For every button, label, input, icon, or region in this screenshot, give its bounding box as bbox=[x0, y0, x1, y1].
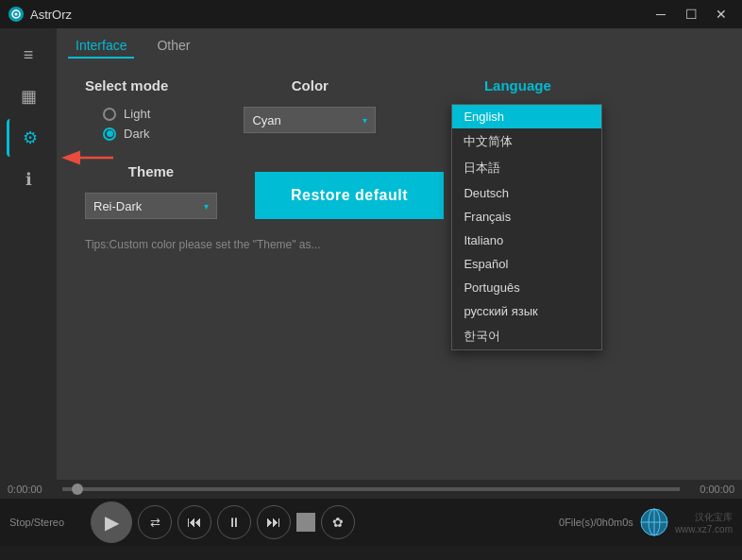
prev-icon: ⏮ bbox=[187, 514, 202, 531]
watermark-line2: www.xz7.com bbox=[675, 524, 733, 535]
app-logo-icon bbox=[8, 6, 25, 23]
pause-icon: ⏸ bbox=[228, 515, 241, 530]
play-icon: ▶ bbox=[105, 511, 119, 534]
tabs-bar: Interface Other bbox=[57, 28, 742, 59]
color-title: Color bbox=[292, 77, 329, 93]
sidebar: ≡ ▦ ⚙ ℹ bbox=[0, 28, 57, 480]
effects-icon: ✿ bbox=[332, 515, 344, 530]
settings-icon: ⚙ bbox=[23, 127, 38, 148]
theme-dropdown-arrow-icon: ▾ bbox=[204, 201, 209, 212]
maximize-button[interactable]: ☐ bbox=[678, 5, 704, 24]
radio-light-circle bbox=[103, 108, 116, 121]
tab-other[interactable]: Other bbox=[149, 34, 197, 59]
shuffle-icon: ⇄ bbox=[150, 516, 160, 530]
color-dropdown[interactable]: Cyan ▾ bbox=[244, 107, 376, 133]
prev-button[interactable]: ⏮ bbox=[177, 505, 211, 539]
close-button[interactable]: ✕ bbox=[708, 5, 734, 24]
playlist-icon: ≡ bbox=[24, 45, 34, 65]
pause-button[interactable]: ⏸ bbox=[217, 505, 251, 539]
play-button[interactable]: ▶ bbox=[91, 501, 132, 543]
arrow-left-icon bbox=[59, 144, 115, 178]
titlebar-left: AstrOrz bbox=[8, 6, 72, 23]
color-dropdown-arrow-icon: ▾ bbox=[363, 115, 367, 126]
sidebar-item-video[interactable]: ▦ bbox=[7, 77, 50, 115]
watermark-line1: 汉化宝库 bbox=[675, 511, 733, 524]
settings-panel: Select mode Light Dark Color bbox=[57, 59, 742, 480]
restore-default-button[interactable]: Restore default bbox=[255, 172, 444, 219]
time-start: 0:00:00 bbox=[8, 484, 55, 495]
radio-dark[interactable]: Dark bbox=[103, 127, 150, 141]
language-title: Language bbox=[484, 77, 551, 93]
progress-track[interactable] bbox=[62, 487, 680, 491]
titlebar: AstrOrz ─ ☐ ✕ bbox=[0, 0, 742, 28]
content-area: Interface Other Select mode Light bbox=[57, 28, 742, 480]
language-dropdown-list: English 中文简体 日本語 Deutsch Français Italia… bbox=[451, 104, 602, 350]
info-icon: ℹ bbox=[25, 169, 32, 190]
progress-thumb[interactable] bbox=[72, 484, 83, 495]
svg-point-2 bbox=[15, 13, 18, 16]
color-value: Cyan bbox=[252, 113, 280, 127]
stop-button[interactable] bbox=[296, 513, 315, 532]
tab-interface[interactable]: Interface bbox=[68, 34, 134, 59]
lang-option-russian[interactable]: русский язык bbox=[452, 299, 601, 323]
radio-light[interactable]: Light bbox=[103, 107, 150, 121]
color-col: Color Cyan ▾ bbox=[244, 77, 376, 133]
lang-option-japanese[interactable]: 日本語 bbox=[452, 155, 601, 181]
app-body: ≡ ▦ ⚙ ℹ Interface Other Select mode bbox=[0, 28, 742, 480]
window-controls: ─ ☐ ✕ bbox=[648, 5, 734, 24]
shuffle-button[interactable]: ⇄ bbox=[138, 505, 172, 539]
select-mode-col: Select mode Light Dark bbox=[85, 77, 168, 141]
radio-dark-label: Dark bbox=[124, 127, 149, 141]
sidebar-item-info[interactable]: ℹ bbox=[7, 161, 50, 198]
lang-option-korean[interactable]: 한국어 bbox=[452, 323, 601, 349]
watermark-text: 汉化宝库 www.xz7.com bbox=[675, 511, 733, 535]
file-info: 0File(s)/0h0m0s bbox=[559, 517, 633, 528]
video-icon: ▦ bbox=[21, 86, 37, 107]
settings-row-2: Theme Rei-Dark ▾ Restore default bbox=[85, 163, 714, 219]
player-status: Stop/Stereo bbox=[9, 517, 85, 528]
globe-icon bbox=[639, 507, 669, 537]
bottom-controls: Stop/Stereo ▶ ⇄ ⏮ ⏸ ⏭ ✿ 0File(s)/0h0m0s … bbox=[0, 499, 742, 546]
lang-option-italian[interactable]: Italiano bbox=[452, 229, 601, 252]
select-mode-group: Light Dark bbox=[103, 107, 150, 141]
watermark-logo bbox=[639, 507, 669, 537]
tips-text: Tips:Custom color please set the "Theme"… bbox=[85, 238, 714, 251]
radio-dark-circle bbox=[103, 127, 116, 141]
lang-option-english[interactable]: English bbox=[452, 105, 601, 128]
sidebar-item-settings[interactable]: ⚙ bbox=[7, 119, 50, 157]
theme-value: Rei-Dark bbox=[93, 199, 142, 213]
lang-option-spanish[interactable]: Español bbox=[452, 252, 601, 276]
lang-option-deutsch[interactable]: Deutsch bbox=[452, 181, 601, 205]
progress-bar-area: 0:00:00 0:00:00 bbox=[0, 480, 742, 499]
time-end: 0:00:00 bbox=[687, 484, 734, 495]
language-col: Language English ▾ English 中文简体 日本語 Deut… bbox=[451, 77, 583, 133]
lang-option-chinese[interactable]: 中文简体 bbox=[452, 128, 601, 155]
settings-row-1: Select mode Light Dark Color bbox=[85, 77, 714, 141]
app-title: AstrOrz bbox=[30, 8, 72, 22]
theme-dropdown[interactable]: Rei-Dark ▾ bbox=[85, 193, 217, 219]
effects-button[interactable]: ✿ bbox=[321, 505, 355, 539]
minimize-button[interactable]: ─ bbox=[648, 5, 674, 24]
lang-option-portuguese[interactable]: Português bbox=[452, 276, 601, 299]
next-button[interactable]: ⏭ bbox=[257, 505, 291, 539]
sidebar-item-playlist[interactable]: ≡ bbox=[7, 36, 50, 74]
theme-title: Theme bbox=[128, 163, 174, 179]
lang-option-french[interactable]: Français bbox=[452, 205, 601, 229]
radio-light-label: Light bbox=[124, 107, 150, 121]
next-icon: ⏭ bbox=[266, 514, 281, 531]
select-mode-title: Select mode bbox=[85, 77, 168, 93]
